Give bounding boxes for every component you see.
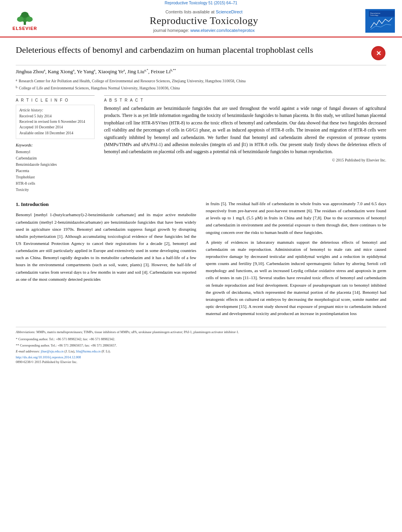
elsevier-label: ELSEVIER xyxy=(13,26,37,31)
svg-point-2 xyxy=(17,17,24,22)
received-revised-date: Received in revised form 6 November 2014 xyxy=(19,119,91,124)
abbreviations: Abbreviations: MMPs, matrix metalloprote… xyxy=(16,330,386,335)
intro-para-1: Benomyl [methyl 1-(butylcarbamoyl)-2-ben… xyxy=(16,211,196,282)
journal-center: Contents lists available at ScienceDirec… xyxy=(43,9,365,33)
corresponding-author-1: * Corresponding author. Tel.: +86 571 88… xyxy=(16,337,386,342)
received-date-1: Received 5 July 2014 xyxy=(19,113,91,119)
article-info-column: A R T I C L E I N F O Article history: R… xyxy=(16,95,95,193)
article-info-abstract-section: A R T I C L E I N F O Article history: R… xyxy=(16,95,386,193)
journal-header: ELSEVIER Contents lists available at Sci… xyxy=(0,6,402,37)
abbrev-label: Abbreviations: xyxy=(16,330,35,334)
abstract-text: Benomyl and carbendazim are benzimidazol… xyxy=(104,105,386,156)
body-section: 1. Introduction Benomyl [methyl 1-(butyl… xyxy=(16,200,386,320)
crossmark-icon: ✕ xyxy=(371,46,385,60)
journal-cover-image: Reproductive Toxicology xyxy=(367,11,395,31)
keywords-block: Keywords: Benomyl Carbendazim Benzimidaz… xyxy=(16,143,95,193)
article-title-section: Deleterious effects of benomyl and carbe… xyxy=(16,44,386,65)
svg-point-4 xyxy=(21,12,29,18)
corresponding-author-2: ** Corresponding author. Tel.: +86 571 2… xyxy=(16,343,386,348)
intro-para-col2-1: in fruits [5]. The residual half-life of… xyxy=(206,200,386,236)
email-1-link[interactable]: jliue@zju.edu.cn xyxy=(41,349,63,353)
abstract-copyright: © 2015 Published by Elsevier Inc. xyxy=(104,158,386,162)
affiliation-a: a Research Center for Air Pollution and … xyxy=(16,78,386,84)
body-col-left: 1. Introduction Benomyl [methyl 1-(butyl… xyxy=(16,200,196,320)
crossmark-badge: ✕ xyxy=(371,46,386,61)
keyword-benomyl: Benomyl xyxy=(16,149,95,155)
svg-text:Toxicology: Toxicology xyxy=(370,14,378,16)
abbrev-text: MMPs, matrix metalloproteinases; TIMPs, … xyxy=(36,330,239,334)
affiliation-b: b College of Life and Environmental Scie… xyxy=(16,85,386,91)
article-content: Deleterious effects of benomyl and carbe… xyxy=(0,37,402,371)
article-footer: Abbreviations: MMPs, matrix metalloprote… xyxy=(16,327,386,364)
keyword-htr8: HTR-8 cells xyxy=(16,180,95,187)
authors-line: Jinghua Zhoua, Kang Xionga, Ye Yanga, Xi… xyxy=(16,69,386,75)
journal-homepage-link[interactable]: www.elsevier.com/locate/reprotox xyxy=(190,28,255,33)
body-col-right: in fruits [5]. The residual half-life of… xyxy=(206,200,386,320)
keywords-list: Benomyl Carbendazim Benzimidazole fungic… xyxy=(16,149,95,193)
journal-top-bar: ELSEVIER Contents lists available at Sci… xyxy=(0,9,402,33)
introduction-heading: 1. Introduction xyxy=(16,200,196,208)
keywords-label: Keywords: xyxy=(16,143,95,147)
article-title: Deleterious effects of benomyl and carbe… xyxy=(16,44,366,56)
email-1-author: (J. Liu), xyxy=(64,349,75,353)
star-2: ** xyxy=(16,343,20,347)
email-2-link[interactable]: lifa@hzmu.edu.cn xyxy=(76,349,101,353)
email-label: E-mail addresses: xyxy=(16,349,40,353)
affiliations: a Research Center for Air Pollution and … xyxy=(16,78,386,91)
article-history-block: Article history: Received 5 July 2014 Re… xyxy=(16,105,95,139)
keyword-placenta: Placenta xyxy=(16,168,95,174)
svg-text:Reproductive: Reproductive xyxy=(370,12,380,14)
corresponding-1-text: Corresponding author. Tel.: +86 571 8898… xyxy=(18,337,115,341)
journal-volume-text: Reproductive Toxicology 51 (2015) 64–71 xyxy=(165,1,237,5)
elsevier-logo: ELSEVIER xyxy=(7,10,43,32)
issn-line: 0890-6238/© 2015 Published by Elsevier I… xyxy=(16,360,386,364)
email-addresses-line: E-mail addresses: jliue@zju.edu.cn (J. L… xyxy=(16,349,386,354)
contents-available-line: Contents lists available at ScienceDirec… xyxy=(166,9,243,14)
abstract-column: A B S T R A C T Benomyl and carbendazim … xyxy=(104,95,386,193)
doi-line: http://dx.doi.org/10.1016/j.reprotox.201… xyxy=(16,355,386,359)
corresponding-2-text: Corresponding author. Tel.: +86 571 2886… xyxy=(20,343,117,347)
abstract-heading: A B S T R A C T xyxy=(104,98,386,102)
keyword-benzimidazole: Benzimidazole fungicides xyxy=(16,161,95,168)
doi-link[interactable]: http://dx.doi.org/10.1016/j.reprotox.201… xyxy=(16,355,81,359)
accepted-date: Accepted 10 December 2014 xyxy=(19,124,91,130)
keyword-toxicity: Toxicity xyxy=(16,187,95,193)
available-online-date: Available online 18 December 2014 xyxy=(19,130,91,136)
keyword-trophoblast: Trophoblast xyxy=(16,174,95,180)
keyword-carbendazim: Carbendazim xyxy=(16,155,95,161)
email-2-author: (F. Li). xyxy=(101,349,111,353)
journal-homepage-line: journal homepage: www.elsevier.com/locat… xyxy=(153,28,255,33)
journal-title: Reproductive Toxicology xyxy=(150,15,259,27)
sciencedirect-link[interactable]: ScienceDirect xyxy=(216,9,242,14)
elsevier-tree-icon xyxy=(13,11,37,26)
journal-thumbnail: Reproductive Toxicology xyxy=(365,9,395,33)
intro-para-col2-2: A plenty of evidences in laboratory mamm… xyxy=(206,239,386,317)
article-history-label: Article history: xyxy=(19,108,91,112)
journal-volume-bar: Reproductive Toxicology 51 (2015) 64–71 xyxy=(0,0,402,6)
svg-point-3 xyxy=(26,17,33,22)
article-info-heading: A R T I C L E I N F O xyxy=(16,98,95,102)
